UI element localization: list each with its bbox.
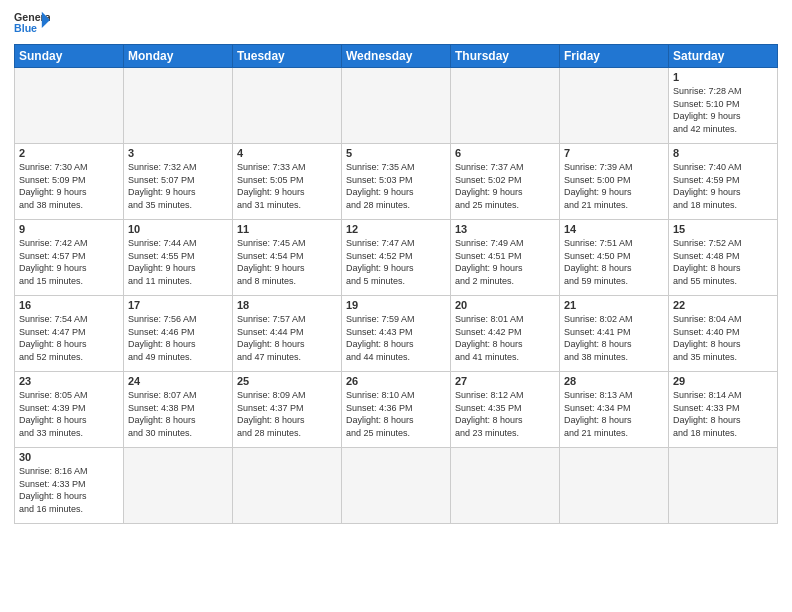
- day-info: Sunrise: 7:51 AM Sunset: 4:50 PM Dayligh…: [564, 237, 664, 287]
- calendar-cell: [124, 448, 233, 524]
- day-info: Sunrise: 8:02 AM Sunset: 4:41 PM Dayligh…: [564, 313, 664, 363]
- weekday-header-row: SundayMondayTuesdayWednesdayThursdayFrid…: [15, 45, 778, 68]
- calendar-cell: [342, 68, 451, 144]
- calendar-cell: 24Sunrise: 8:07 AM Sunset: 4:38 PM Dayli…: [124, 372, 233, 448]
- weekday-tuesday: Tuesday: [233, 45, 342, 68]
- calendar-cell: [342, 448, 451, 524]
- day-info: Sunrise: 7:54 AM Sunset: 4:47 PM Dayligh…: [19, 313, 119, 363]
- day-number: 18: [237, 299, 337, 311]
- calendar-cell: 17Sunrise: 7:56 AM Sunset: 4:46 PM Dayli…: [124, 296, 233, 372]
- day-number: 26: [346, 375, 446, 387]
- day-info: Sunrise: 8:04 AM Sunset: 4:40 PM Dayligh…: [673, 313, 773, 363]
- calendar-cell: [233, 448, 342, 524]
- day-info: Sunrise: 8:05 AM Sunset: 4:39 PM Dayligh…: [19, 389, 119, 439]
- weekday-monday: Monday: [124, 45, 233, 68]
- day-number: 30: [19, 451, 119, 463]
- day-info: Sunrise: 7:42 AM Sunset: 4:57 PM Dayligh…: [19, 237, 119, 287]
- calendar-cell: 19Sunrise: 7:59 AM Sunset: 4:43 PM Dayli…: [342, 296, 451, 372]
- calendar-cell: 15Sunrise: 7:52 AM Sunset: 4:48 PM Dayli…: [669, 220, 778, 296]
- week-row-1: 1Sunrise: 7:28 AM Sunset: 5:10 PM Daylig…: [15, 68, 778, 144]
- calendar-cell: 14Sunrise: 7:51 AM Sunset: 4:50 PM Dayli…: [560, 220, 669, 296]
- calendar-cell: 6Sunrise: 7:37 AM Sunset: 5:02 PM Daylig…: [451, 144, 560, 220]
- calendar-cell: 29Sunrise: 8:14 AM Sunset: 4:33 PM Dayli…: [669, 372, 778, 448]
- day-info: Sunrise: 8:16 AM Sunset: 4:33 PM Dayligh…: [19, 465, 119, 515]
- day-number: 29: [673, 375, 773, 387]
- day-number: 23: [19, 375, 119, 387]
- calendar-cell: 16Sunrise: 7:54 AM Sunset: 4:47 PM Dayli…: [15, 296, 124, 372]
- week-row-5: 23Sunrise: 8:05 AM Sunset: 4:39 PM Dayli…: [15, 372, 778, 448]
- calendar-cell: 11Sunrise: 7:45 AM Sunset: 4:54 PM Dayli…: [233, 220, 342, 296]
- day-number: 27: [455, 375, 555, 387]
- calendar-cell: 3Sunrise: 7:32 AM Sunset: 5:07 PM Daylig…: [124, 144, 233, 220]
- day-info: Sunrise: 7:47 AM Sunset: 4:52 PM Dayligh…: [346, 237, 446, 287]
- day-number: 7: [564, 147, 664, 159]
- day-info: Sunrise: 8:09 AM Sunset: 4:37 PM Dayligh…: [237, 389, 337, 439]
- day-info: Sunrise: 7:44 AM Sunset: 4:55 PM Dayligh…: [128, 237, 228, 287]
- calendar-cell: 2Sunrise: 7:30 AM Sunset: 5:09 PM Daylig…: [15, 144, 124, 220]
- calendar-cell: 5Sunrise: 7:35 AM Sunset: 5:03 PM Daylig…: [342, 144, 451, 220]
- calendar-cell: [124, 68, 233, 144]
- day-number: 5: [346, 147, 446, 159]
- day-number: 15: [673, 223, 773, 235]
- day-info: Sunrise: 8:14 AM Sunset: 4:33 PM Dayligh…: [673, 389, 773, 439]
- day-info: Sunrise: 7:49 AM Sunset: 4:51 PM Dayligh…: [455, 237, 555, 287]
- day-number: 20: [455, 299, 555, 311]
- day-info: Sunrise: 7:28 AM Sunset: 5:10 PM Dayligh…: [673, 85, 773, 135]
- calendar-cell: 4Sunrise: 7:33 AM Sunset: 5:05 PM Daylig…: [233, 144, 342, 220]
- day-number: 17: [128, 299, 228, 311]
- calendar-cell: 12Sunrise: 7:47 AM Sunset: 4:52 PM Dayli…: [342, 220, 451, 296]
- day-info: Sunrise: 8:13 AM Sunset: 4:34 PM Dayligh…: [564, 389, 664, 439]
- calendar-cell: [451, 68, 560, 144]
- day-number: 13: [455, 223, 555, 235]
- calendar-cell: 30Sunrise: 8:16 AM Sunset: 4:33 PM Dayli…: [15, 448, 124, 524]
- day-info: Sunrise: 8:01 AM Sunset: 4:42 PM Dayligh…: [455, 313, 555, 363]
- calendar-cell: [560, 68, 669, 144]
- day-number: 9: [19, 223, 119, 235]
- weekday-saturday: Saturday: [669, 45, 778, 68]
- calendar-cell: 18Sunrise: 7:57 AM Sunset: 4:44 PM Dayli…: [233, 296, 342, 372]
- day-number: 2: [19, 147, 119, 159]
- day-info: Sunrise: 7:32 AM Sunset: 5:07 PM Dayligh…: [128, 161, 228, 211]
- calendar-cell: [451, 448, 560, 524]
- day-info: Sunrise: 7:40 AM Sunset: 4:59 PM Dayligh…: [673, 161, 773, 211]
- day-info: Sunrise: 7:39 AM Sunset: 5:00 PM Dayligh…: [564, 161, 664, 211]
- weekday-sunday: Sunday: [15, 45, 124, 68]
- page: General Blue SundayMondayTuesdayWednesda…: [0, 0, 792, 612]
- svg-text:Blue: Blue: [14, 22, 37, 34]
- day-number: 12: [346, 223, 446, 235]
- day-info: Sunrise: 8:12 AM Sunset: 4:35 PM Dayligh…: [455, 389, 555, 439]
- day-info: Sunrise: 7:52 AM Sunset: 4:48 PM Dayligh…: [673, 237, 773, 287]
- calendar-cell: 20Sunrise: 8:01 AM Sunset: 4:42 PM Dayli…: [451, 296, 560, 372]
- day-number: 16: [19, 299, 119, 311]
- day-info: Sunrise: 8:07 AM Sunset: 4:38 PM Dayligh…: [128, 389, 228, 439]
- week-row-3: 9Sunrise: 7:42 AM Sunset: 4:57 PM Daylig…: [15, 220, 778, 296]
- calendar-cell: 26Sunrise: 8:10 AM Sunset: 4:36 PM Dayli…: [342, 372, 451, 448]
- calendar-cell: 22Sunrise: 8:04 AM Sunset: 4:40 PM Dayli…: [669, 296, 778, 372]
- week-row-6: 30Sunrise: 8:16 AM Sunset: 4:33 PM Dayli…: [15, 448, 778, 524]
- day-info: Sunrise: 7:33 AM Sunset: 5:05 PM Dayligh…: [237, 161, 337, 211]
- day-number: 22: [673, 299, 773, 311]
- calendar-cell: 27Sunrise: 8:12 AM Sunset: 4:35 PM Dayli…: [451, 372, 560, 448]
- day-number: 1: [673, 71, 773, 83]
- calendar-cell: 23Sunrise: 8:05 AM Sunset: 4:39 PM Dayli…: [15, 372, 124, 448]
- week-row-2: 2Sunrise: 7:30 AM Sunset: 5:09 PM Daylig…: [15, 144, 778, 220]
- day-info: Sunrise: 7:57 AM Sunset: 4:44 PM Dayligh…: [237, 313, 337, 363]
- day-number: 11: [237, 223, 337, 235]
- day-number: 14: [564, 223, 664, 235]
- calendar-cell: [560, 448, 669, 524]
- header: General Blue: [14, 10, 778, 38]
- day-number: 19: [346, 299, 446, 311]
- calendar-cell: 21Sunrise: 8:02 AM Sunset: 4:41 PM Dayli…: [560, 296, 669, 372]
- day-info: Sunrise: 7:35 AM Sunset: 5:03 PM Dayligh…: [346, 161, 446, 211]
- calendar-cell: 25Sunrise: 8:09 AM Sunset: 4:37 PM Dayli…: [233, 372, 342, 448]
- day-number: 8: [673, 147, 773, 159]
- calendar-cell: 13Sunrise: 7:49 AM Sunset: 4:51 PM Dayli…: [451, 220, 560, 296]
- day-number: 25: [237, 375, 337, 387]
- day-number: 6: [455, 147, 555, 159]
- day-number: 3: [128, 147, 228, 159]
- day-number: 21: [564, 299, 664, 311]
- calendar: SundayMondayTuesdayWednesdayThursdayFrid…: [14, 44, 778, 524]
- day-info: Sunrise: 7:37 AM Sunset: 5:02 PM Dayligh…: [455, 161, 555, 211]
- logo: General Blue: [14, 10, 50, 38]
- calendar-cell: 8Sunrise: 7:40 AM Sunset: 4:59 PM Daylig…: [669, 144, 778, 220]
